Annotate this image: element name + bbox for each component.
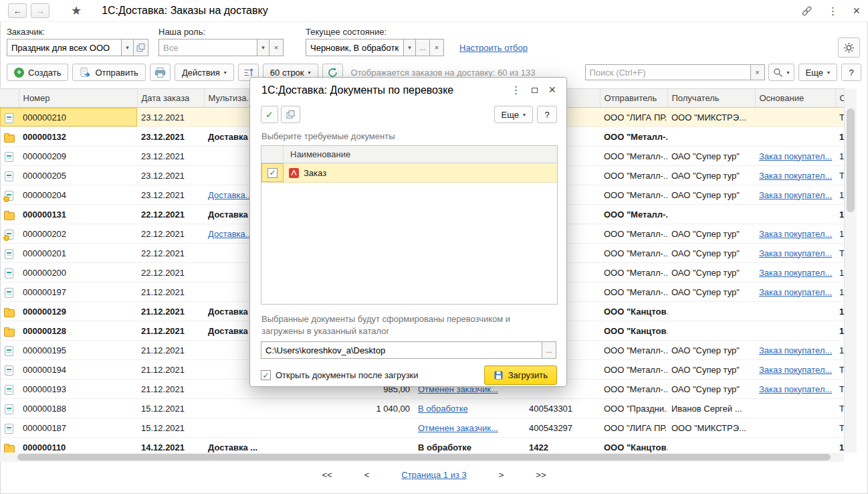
table-row[interactable]: 000000110 14.12.2021 Доставка ... В обра… [0, 438, 844, 453]
state-input[interactable] [306, 39, 404, 56]
choose-icon [136, 43, 146, 53]
dialog-more-button[interactable]: Еще ▾ [494, 106, 533, 123]
cell-sender: ООО "Металл-... [600, 127, 667, 147]
cell-receiver: ООО "МИКСТРЭ... [667, 108, 755, 127]
horizontal-scrollbar-thumb[interactable] [17, 454, 831, 461]
document-checkbox[interactable]: ✓ [267, 168, 278, 178]
page-prev-button[interactable]: < [364, 470, 370, 480]
cell-basis[interactable]: Заказ покупател... [755, 224, 835, 244]
cell-sender: ООО "Металл-... [600, 380, 667, 399]
link-chain-icon[interactable] [801, 5, 812, 17]
header-basis[interactable]: Основание [755, 89, 835, 108]
cell-basis[interactable]: Заказ покупател... [755, 380, 835, 399]
page-last-button[interactable]: >> [536, 470, 546, 480]
customer-choose-button[interactable] [133, 39, 148, 56]
search-button[interactable]: ▾ [768, 64, 794, 81]
cell-basis[interactable]: Заказ покупател... [755, 360, 835, 380]
path-input[interactable] [261, 341, 542, 359]
state-clear-button[interactable]: × [429, 39, 444, 56]
cell-sum [335, 438, 414, 453]
table-row[interactable]: 000000187 15.12.2021 Отменен заказчик...… [0, 418, 844, 438]
create-button[interactable]: + Создать [7, 64, 68, 81]
close-icon[interactable]: × [853, 4, 860, 18]
vertical-scrollbar[interactable] [844, 88, 857, 452]
page-first-button[interactable]: << [322, 470, 332, 480]
cell-order-date: 21.12.2021 [137, 321, 204, 341]
open-after-checkbox[interactable]: ✓ [261, 370, 271, 380]
cell-receiver: ОАО "Супер тур" [667, 224, 755, 244]
page-indicator-link[interactable]: Страница 1 из 3 [401, 470, 466, 480]
kebab-menu-icon[interactable]: ⋮ [510, 84, 521, 96]
search-clear-button[interactable]: × [750, 64, 765, 80]
header-extra[interactable]: С... [835, 89, 844, 108]
row-icon-cell [0, 380, 19, 399]
kebab-menu-icon[interactable]: ⋮ [827, 5, 838, 17]
more-label: Еще [806, 68, 823, 78]
cell-order-date: 21.12.2021 [137, 360, 204, 380]
header-receiver[interactable]: Получатель [667, 89, 755, 108]
horizontal-scrollbar[interactable] [0, 452, 844, 462]
header-name-column[interactable]: Наименование [284, 146, 357, 163]
cell-basis[interactable]: Заказ покупател... [755, 244, 835, 263]
header-sender[interactable]: Отправитель [600, 89, 667, 108]
configure-filter-link[interactable]: Настроить отбор [459, 43, 528, 53]
cell-basis[interactable]: Заказ покупател... [755, 282, 835, 302]
page-next-button[interactable]: > [499, 470, 504, 480]
settings-button[interactable] [838, 37, 860, 58]
favorite-star-icon[interactable]: ★ [71, 5, 82, 17]
cell-order-date: 21.12.2021 [137, 302, 204, 321]
table-row[interactable]: 000000188 15.12.2021 1 040,00 В обработк… [0, 399, 844, 418]
cell-sender: ООО "Праздни... [600, 399, 667, 418]
cell-order-date: 21.12.2021 [137, 341, 204, 360]
forward-button[interactable]: → [31, 3, 49, 18]
print-button[interactable] [150, 64, 171, 81]
cell-basis[interactable]: Заказ покупател... [755, 185, 835, 205]
customer-input[interactable] [7, 39, 122, 56]
more-button[interactable]: Еще ▾ [798, 64, 837, 81]
state-dropdown-button[interactable]: ▾ [403, 39, 416, 56]
role-dropdown-button[interactable]: ▾ [257, 39, 269, 56]
state-list-button[interactable]: ... [415, 39, 430, 56]
cell-state[interactable]: Отменен заказчик... [414, 418, 525, 438]
pagination: << < Страница 1 из 3 > >> [0, 470, 868, 480]
row-type-icon [4, 404, 13, 414]
open-after-label: Открыть документы после загрузки [276, 370, 419, 380]
check-all-button[interactable]: ✓ [261, 106, 278, 123]
vertical-scrollbar-thumb[interactable] [847, 108, 855, 212]
role-clear-button[interactable]: × [269, 39, 284, 56]
cell-basis[interactable]: Заказ покупател... [755, 263, 835, 282]
cell-basis[interactable]: Заказ покупател... [755, 166, 835, 185]
row-icon-cell [0, 185, 19, 205]
cell-sum: 1 040,00 [335, 399, 414, 418]
cell-number: 000000197 [19, 282, 137, 302]
uncheck-all-button[interactable] [281, 106, 300, 123]
cell-extra: Т... [835, 108, 844, 127]
maximize-icon[interactable] [532, 88, 538, 93]
send-button[interactable]: Отправить [72, 64, 145, 81]
close-icon[interactable]: × [548, 83, 556, 97]
cell-receiver: ОАО "Супер тур" [667, 244, 755, 263]
back-button[interactable]: ← [8, 3, 27, 18]
cell-basis[interactable]: Заказ покупател... [755, 147, 835, 166]
cell-sender: ООО "Металл-... [600, 185, 667, 205]
help-button[interactable]: ? [841, 64, 861, 81]
cell-extra: Т... [835, 418, 844, 438]
role-input[interactable] [158, 39, 257, 56]
actions-label: Действия [182, 68, 220, 78]
actions-button[interactable]: Действия ▾ [175, 64, 234, 81]
customer-dropdown-button[interactable]: ▾ [121, 39, 134, 56]
document-row[interactable]: ✓ Заказ [261, 163, 557, 183]
header-number[interactable]: Номер [19, 89, 137, 108]
cell-sender: ООО "Металл-... [600, 224, 667, 244]
dialog-help-button[interactable]: ? [537, 106, 557, 123]
browse-button[interactable]: ... [542, 341, 556, 359]
cell-state[interactable]: В обработке [414, 399, 525, 418]
download-button[interactable]: Загрузить [484, 365, 557, 385]
cell-order-no: 400543297 [525, 418, 600, 438]
header-order-date[interactable]: Дата заказа [137, 89, 204, 108]
row-icon-cell [0, 418, 19, 438]
cell-basis[interactable]: Заказ покупател... [755, 341, 835, 360]
cell-basis [755, 302, 835, 321]
cell-extra: 1... [835, 438, 844, 453]
search-input[interactable] [585, 64, 751, 80]
